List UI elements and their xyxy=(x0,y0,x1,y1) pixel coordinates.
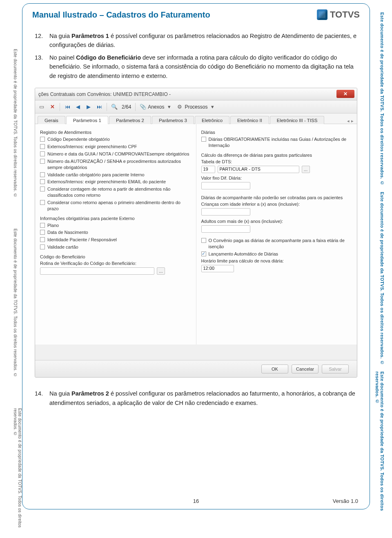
group-diarias: Diárias xyxy=(201,130,352,135)
tab-parametros-3[interactable]: Parâmetros 3 xyxy=(152,116,194,124)
watermark-right-1: Este documento é de propriedade da TOTVS… xyxy=(380,12,385,185)
chk-identidade[interactable] xyxy=(40,237,45,242)
page-footer: 16 Versão 1.0 xyxy=(22,498,370,504)
toolbar: ▭ ✕ ⏮ ◀ ▶ ⏭ 🔍 2/64 📎 Anexos ▾ ⚙ Processo… xyxy=(35,100,357,113)
valor-fixo-label: Valor fixo Dif. Diária: xyxy=(201,176,352,180)
tab-scroll-right-icon[interactable]: ▸ xyxy=(351,118,354,124)
form-body: Registro de Atendimentos Código Dependen… xyxy=(35,124,357,345)
watermark-left-3: Este documento é de propriedade da TOTVS… xyxy=(13,408,22,538)
watermark-right-3: Este documento é de propriedade da TOTVS… xyxy=(375,371,385,538)
logo-text: TOTVS xyxy=(330,9,360,20)
horario-label: Horário limite para cálculo de nova diár… xyxy=(201,258,352,263)
valor-fixo-input[interactable] xyxy=(201,182,250,189)
item-13-number: 13. xyxy=(35,53,45,80)
chk-exigir-cpf[interactable] xyxy=(40,144,45,149)
group-registro-atendimentos: Registro de Atendimentos xyxy=(40,130,191,135)
new-icon[interactable]: ▭ xyxy=(38,104,45,110)
chk-exigir-email[interactable] xyxy=(40,179,45,184)
tab-scroll-left-icon[interactable]: ◂ xyxy=(347,118,350,124)
attachment-icon: 📎 xyxy=(140,104,146,110)
chk-validade-cartao-interno[interactable] xyxy=(40,172,45,177)
item-13-text: No painel Código do Beneficiário deve se… xyxy=(49,53,357,80)
watermark-right-2: Este documento é de propriedade da TOTVS… xyxy=(380,192,385,365)
item-12-number: 12. xyxy=(35,31,45,50)
logo-cube-icon xyxy=(317,9,327,20)
window-titlebar: ções Contratuais com Convênios: UNIMED I… xyxy=(35,88,357,100)
record-position: 2/64 xyxy=(122,104,131,110)
page-frame: Manual Ilustrado – Cadastros do Faturame… xyxy=(22,3,370,509)
criancas-label: Crianças com idade inferior a (x) anos (… xyxy=(201,202,352,207)
nav-last-icon[interactable]: ⏭ xyxy=(96,104,102,110)
version-label: Versão 1.0 xyxy=(333,498,358,504)
chk-convenio-paga[interactable] xyxy=(201,238,206,243)
rotina-input[interactable] xyxy=(40,267,154,275)
tabela-desc-input[interactable]: PARTICULAR - DTS xyxy=(218,166,299,173)
chevron-down-icon: ▾ xyxy=(209,104,216,110)
rotina-label: Rotina de Verificação do Código do Benef… xyxy=(40,261,191,266)
tab-gerais[interactable]: Gerais xyxy=(38,116,65,124)
criancas-input[interactable] xyxy=(201,208,250,216)
tab-strip: Gerais Parâmetros 1 Parâmetros 2 Parâmet… xyxy=(35,113,357,124)
tabela-code-input[interactable]: 19 xyxy=(201,166,215,173)
anexos-menu[interactable]: 📎 Anexos ▾ xyxy=(140,104,172,110)
left-pane: Registro de Atendimentos Código Dependen… xyxy=(35,124,196,345)
adultos-label: Adultos com mais de (x) anos (inclusive)… xyxy=(201,219,352,224)
chk-plano[interactable] xyxy=(40,223,45,228)
chk-data-nascimento[interactable] xyxy=(40,230,45,235)
chk-diarias-obrigatorias[interactable] xyxy=(201,137,206,142)
tabela-dts-label: Tabela de DTS: xyxy=(201,159,352,164)
tab-eletronico-2[interactable]: Eletrônico II xyxy=(230,116,269,124)
page-number: 16 xyxy=(193,498,199,504)
cancel-button[interactable]: Cancelar xyxy=(292,365,318,373)
page-header: Manual Ilustrado – Cadastros do Faturame… xyxy=(32,9,360,20)
instruction-list: 12. Na guia Parâmetros 1 é possível conf… xyxy=(35,31,357,80)
save-button[interactable]: Salvar xyxy=(322,365,349,373)
tabela-lookup-button[interactable]: … xyxy=(302,166,310,173)
nav-first-icon[interactable]: ⏮ xyxy=(64,104,71,110)
chk-guia-nota[interactable] xyxy=(40,151,45,156)
search-icon[interactable]: 🔍 xyxy=(111,104,118,110)
gear-icon: ⚙ xyxy=(176,104,183,110)
item-12-text: Na guia Parâmetros 1 é possível configur… xyxy=(49,31,357,50)
tab-eletronico-3-tiss[interactable]: Eletrônico III - TISS xyxy=(270,116,325,124)
chk-contagem-retorno[interactable] xyxy=(40,187,45,191)
group-info-externo: Informações obrigatórias para paciente E… xyxy=(40,216,191,221)
logo: TOTVS xyxy=(317,9,360,20)
app-screenshot: ções Contratuais com Convênios: UNIMED I… xyxy=(35,88,357,378)
processos-menu[interactable]: ⚙ Processos ▾ xyxy=(176,104,216,110)
dialog-footer: OK Cancelar Salvar xyxy=(35,360,357,377)
tab-parametros-2[interactable]: Parâmetros 2 xyxy=(109,116,151,124)
rotina-lookup-button[interactable]: … xyxy=(157,267,165,275)
item-14-text: Na guia Parâmetros 2 é possível configur… xyxy=(49,389,357,407)
calc-diferenca-label: Cálculo da diferença de diárias para gas… xyxy=(201,153,352,158)
window-title-text: ções Contratuais com Convênios: UNIMED I… xyxy=(38,91,171,97)
nav-prev-icon[interactable]: ◀ xyxy=(75,104,81,110)
item-14-number: 14. xyxy=(35,389,45,407)
adultos-input[interactable] xyxy=(201,225,250,233)
tab-eletronico[interactable]: Eletrônico xyxy=(195,116,229,124)
watermark-left-2: Este documento é de propriedade da TOTVS… xyxy=(13,229,18,377)
window-close-button[interactable]: ✕ xyxy=(336,90,354,98)
acompanhante-label: Diárias de acompanhante não poderão ser … xyxy=(201,195,352,200)
chk-autorizacao-senha[interactable] xyxy=(40,159,45,164)
ok-button[interactable]: OK xyxy=(261,365,288,373)
group-codigo-beneficiario: Código do Beneficiário xyxy=(40,254,191,259)
chk-lancamento-automatico[interactable] xyxy=(201,251,206,256)
chk-retorno-primeiro[interactable] xyxy=(40,200,45,205)
delete-icon[interactable]: ✕ xyxy=(49,104,56,110)
watermark-left-1: Este documento é de propriedade da TOTVS… xyxy=(13,49,18,198)
instruction-list-2: 14. Na guia Parâmetros 2 é possível conf… xyxy=(35,389,357,407)
right-pane: Diárias Diárias OBRIGATORIAMENTE incluíd… xyxy=(196,124,357,345)
chevron-down-icon: ▾ xyxy=(166,104,172,110)
tab-parametros-1[interactable]: Parâmetros 1 xyxy=(66,116,108,124)
doc-title: Manual Ilustrado – Cadastros do Faturame… xyxy=(32,10,210,20)
chk-validade-cartao[interactable] xyxy=(40,245,45,249)
chk-codigo-dependente[interactable] xyxy=(40,137,45,142)
nav-next-icon[interactable]: ▶ xyxy=(85,104,92,110)
horario-input[interactable]: 12:00 xyxy=(201,265,234,272)
